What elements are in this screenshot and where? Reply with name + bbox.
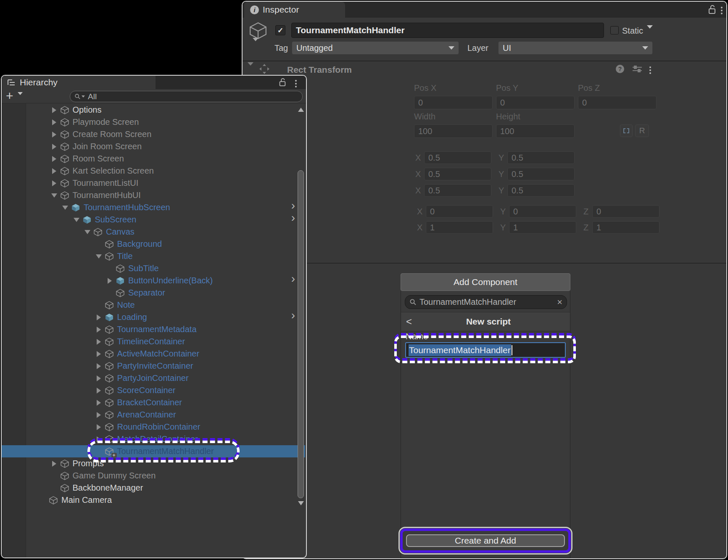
expand-triangle-icon[interactable]	[95, 386, 103, 395]
size-field-1: 100	[496, 124, 575, 138]
expand-triangle-icon[interactable]	[95, 399, 103, 407]
hierarchy-item-roundrobincontainer[interactable]: RoundRobinContainer	[2, 421, 305, 433]
blueprint-mode-button	[620, 124, 633, 137]
rect-transform-kebab-icon[interactable]	[648, 65, 653, 76]
hierarchy-item-activematchcontainer[interactable]: ActiveMatchContainer	[2, 348, 305, 360]
expand-triangle-icon[interactable]	[106, 277, 114, 285]
expand-triangle-icon[interactable]	[95, 338, 103, 346]
hierarchy-item-bracketcontainer[interactable]: BracketContainer	[2, 396, 305, 409]
open-prefab-arrow[interactable]: ›	[291, 201, 295, 210]
hierarchy-item-main-camera[interactable]: Main Camera	[2, 494, 305, 506]
expand-triangle-icon[interactable]	[50, 118, 58, 127]
prefab-cube-icon	[71, 203, 80, 212]
open-prefab-arrow[interactable]: ›	[291, 275, 295, 283]
hierarchy-item-separator[interactable]: Separator	[2, 287, 305, 299]
hierarchy-item-matchdetailcontainer[interactable]: MatchDetailContainer	[2, 433, 305, 445]
static-dropdown-caret[interactable]	[647, 29, 653, 36]
expand-triangle-icon[interactable]	[95, 374, 103, 383]
hierarchy-item-title[interactable]: Title	[2, 250, 305, 262]
hierarchy-item-backbonemanager[interactable]: BackboneManager	[2, 482, 305, 494]
hierarchy-item-partyinvitecontainer[interactable]: PartyInviteContainer	[2, 360, 305, 372]
gameobject-name-input[interactable]: TournamentMatchHandler	[291, 23, 604, 38]
expand-triangle-icon[interactable]	[50, 155, 58, 163]
tab-inspector[interactable]: i Inspector	[244, 2, 345, 18]
help-icon[interactable]: ?	[615, 64, 625, 76]
hierarchy-item-playmode-screen[interactable]: Playmode Screen	[2, 116, 305, 128]
expand-triangle-icon[interactable]	[95, 362, 103, 370]
collapse-triangle-icon[interactable]	[61, 203, 69, 212]
expand-triangle-icon[interactable]	[95, 325, 103, 334]
inspector-menu-kebab-icon[interactable]	[719, 5, 724, 16]
hierarchy-item-canvas[interactable]: Canvas	[2, 226, 305, 238]
component-search-input[interactable]: TournamentMatchHandler ×	[405, 295, 567, 309]
scroll-down-arrow[interactable]	[298, 501, 304, 505]
open-prefab-arrow[interactable]: ›	[291, 214, 295, 222]
hierarchy-item-tournamentlistui[interactable]: TournamentListUI	[2, 177, 305, 189]
scroll-up-arrow[interactable]	[298, 108, 304, 112]
new-script-header[interactable]: < New script	[401, 312, 570, 331]
expand-triangle-icon[interactable]	[95, 411, 103, 419]
collapse-triangle-icon[interactable]	[50, 191, 58, 200]
hierarchy-item-buttonunderline-back[interactable]: ButtonUnderline(Back)›	[2, 275, 305, 287]
expand-triangle-icon[interactable]	[50, 179, 58, 188]
hierarchy-item-game-dummy-screen[interactable]: Game Dummy Screen	[2, 470, 305, 482]
item-label: ButtonUnderline(Back)	[128, 276, 213, 285]
pos-label-pos-y: Pos Y	[496, 83, 518, 93]
item-label: Kart Selection Screen	[73, 166, 154, 176]
hierarchy-item-kart-selection-screen[interactable]: Kart Selection Screen	[2, 165, 305, 177]
expand-triangle-icon[interactable]	[95, 313, 103, 322]
hierarchy-item-tournamentmatchhandler[interactable]: +TournamentMatchHandler	[2, 445, 305, 457]
hierarchy-item-note[interactable]: Note	[2, 299, 305, 311]
create-and-add-button[interactable]: Create and Add	[406, 534, 565, 547]
hierarchy-item-subtitle[interactable]: SubTitle	[2, 262, 305, 275]
expand-triangle-icon[interactable]	[50, 106, 58, 114]
hierarchy-item-tournamentmetadata[interactable]: TournamentMetadata	[2, 323, 305, 335]
expand-triangle-icon[interactable]	[95, 350, 103, 358]
script-name-input[interactable]: TournamentMatchHandler	[405, 342, 566, 358]
layer-dropdown[interactable]: UI	[498, 41, 653, 55]
gameobject-icon-dropdown-caret[interactable]	[253, 41, 258, 49]
hierarchy-item-tournamenthubui[interactable]: TournamentHubUI	[2, 189, 305, 201]
collapse-triangle-icon[interactable]	[83, 228, 92, 236]
hierarchy-item-loading[interactable]: Loading›	[2, 311, 305, 323]
hierarchy-item-partyjoincontainer[interactable]: PartyJoinContainer	[2, 372, 305, 384]
collapse-triangle-icon[interactable]	[72, 216, 81, 224]
hierarchy-item-prompts[interactable]: Prompts	[2, 457, 305, 470]
scrollbar-thumb[interactable]	[298, 170, 304, 498]
lock-icon[interactable]	[707, 5, 717, 16]
expand-triangle-icon[interactable]	[95, 435, 103, 444]
rect-transform-foldout[interactable]	[248, 66, 253, 73]
hierarchy-item-room-screen[interactable]: Room Screen	[2, 153, 305, 165]
hierarchy-item-create-room-screen[interactable]: Create Room Screen	[2, 128, 305, 140]
anchor-field-x-0: 0.5	[424, 151, 491, 164]
active-checkbox[interactable]: ✓	[275, 25, 285, 35]
expand-triangle-icon[interactable]	[50, 167, 58, 175]
add-component-button[interactable]: Add Component	[401, 273, 570, 291]
expand-triangle-icon[interactable]	[50, 143, 58, 151]
triangle-spacer	[95, 240, 103, 248]
item-label: Canvas	[106, 227, 135, 237]
expand-triangle-icon[interactable]	[50, 460, 58, 468]
collapse-triangle-icon[interactable]	[95, 252, 103, 261]
back-chevron-icon[interactable]: <	[406, 316, 412, 328]
hierarchy-item-options[interactable]: Options	[2, 104, 305, 116]
hierarchy-item-subscreen[interactable]: SubScreen›	[2, 214, 305, 226]
hierarchy-item-tournamenthubscreen[interactable]: TournamentHubScreen›	[2, 201, 305, 214]
expand-triangle-icon[interactable]	[95, 423, 103, 431]
open-prefab-arrow[interactable]: ›	[291, 311, 295, 320]
hierarchy-item-scorecontainer[interactable]: ScoreContainer	[2, 384, 305, 396]
static-checkbox[interactable]	[610, 26, 619, 34]
gameobject-cube-icon	[93, 227, 103, 237]
tag-dropdown[interactable]: Untagged	[292, 41, 459, 55]
hierarchy-item-join-room-screen[interactable]: Join Room Screen	[2, 140, 305, 153]
script-name-label: Name	[406, 332, 428, 341]
gameobject-cube-icon	[105, 386, 114, 395]
item-label: Background	[117, 239, 162, 249]
hierarchy-item-background[interactable]: Background	[2, 238, 305, 250]
raw-edit-mode-button: R	[635, 124, 649, 137]
hierarchy-item-arenacontainer[interactable]: ArenaContainer	[2, 409, 305, 421]
presets-icon[interactable]	[632, 64, 643, 76]
hierarchy-item-timelinecontainer[interactable]: TimelineContainer	[2, 335, 305, 348]
expand-triangle-icon[interactable]	[50, 130, 58, 139]
clear-search-icon[interactable]: ×	[557, 297, 562, 308]
